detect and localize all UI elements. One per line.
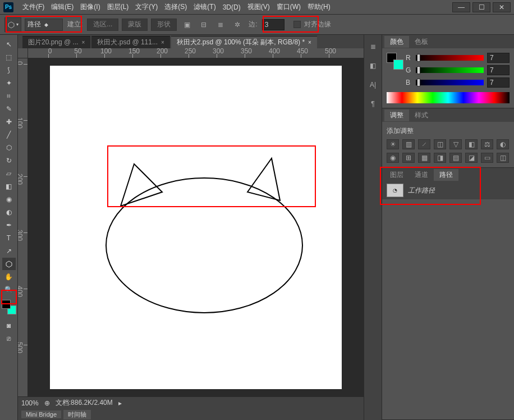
panel-color-swatch[interactable] bbox=[387, 53, 401, 67]
build-selection-button[interactable]: 选区... bbox=[87, 19, 118, 31]
color-tab[interactable]: 颜色 bbox=[384, 36, 409, 48]
chanmix-icon[interactable]: ⊞ bbox=[402, 153, 415, 163]
canvas[interactable] bbox=[50, 66, 342, 389]
menu-edit[interactable]: 编辑(E) bbox=[48, 2, 77, 12]
menu-image[interactable]: 图像(I) bbox=[77, 2, 103, 12]
r-slider[interactable] bbox=[416, 55, 484, 61]
close-icon[interactable]: × bbox=[308, 39, 311, 45]
foreground-color[interactable] bbox=[2, 300, 11, 309]
close-icon[interactable]: × bbox=[161, 39, 164, 45]
hand-tool[interactable]: ✋ bbox=[2, 271, 16, 283]
b-value[interactable]: 7 bbox=[487, 77, 510, 88]
quick-mask-toggle[interactable]: ◙ bbox=[2, 319, 16, 332]
paragraph-panel-icon[interactable]: ¶ bbox=[367, 98, 379, 110]
gradient-tool[interactable]: ◧ bbox=[2, 180, 16, 193]
polygon-shape-tool[interactable] bbox=[2, 258, 16, 270]
paths-tab[interactable]: 路径 bbox=[434, 169, 458, 181]
colorbal-icon[interactable]: ⚖ bbox=[481, 139, 493, 149]
path-combine-icon[interactable]: ▣ bbox=[180, 19, 194, 31]
colorlookup-icon[interactable]: ▦ bbox=[418, 153, 430, 163]
vertical-ruler[interactable]: 0 100 200 300 400 500 bbox=[18, 58, 28, 396]
photofilter-icon[interactable]: ◉ bbox=[387, 153, 399, 163]
tab-doc-3[interactable]: 秋田犬2.psd @ 100% (耳朵 副本, RGB/8) *× bbox=[171, 36, 317, 48]
menu-window[interactable]: 窗口(W) bbox=[273, 2, 304, 12]
doc-info[interactable]: 文档:886.2K/2.40M bbox=[56, 398, 113, 408]
gradmap-icon[interactable]: ▭ bbox=[481, 153, 493, 163]
menu-view[interactable]: 视图(V) bbox=[244, 2, 273, 12]
b-slider[interactable] bbox=[416, 80, 484, 85]
minimize-button[interactable]: — bbox=[452, 2, 470, 12]
r-value[interactable]: 7 bbox=[487, 53, 510, 63]
tab-doc-2[interactable]: 秋田犬.psd @ 111...× bbox=[91, 36, 169, 48]
tab-doc-1[interactable]: 图片20.png @ ...× bbox=[22, 36, 90, 48]
edge-input[interactable] bbox=[262, 19, 284, 30]
brush-tool[interactable]: ╱ bbox=[2, 129, 16, 141]
gear-icon[interactable]: ✲ bbox=[231, 19, 244, 31]
align-edges-checkbox[interactable] bbox=[293, 21, 301, 28]
exposure-icon[interactable]: ◫ bbox=[434, 139, 446, 149]
build-mask-button[interactable]: 蒙版 bbox=[122, 19, 148, 31]
path-select-tool[interactable]: ↗ bbox=[2, 245, 16, 257]
menu-filter[interactable]: 滤镜(T) bbox=[190, 2, 219, 12]
zoom-tool[interactable]: 🔍 bbox=[2, 284, 16, 296]
panel-bg-color[interactable] bbox=[393, 60, 403, 70]
lasso-tool[interactable]: ⟆ bbox=[2, 64, 16, 76]
curves-icon[interactable]: ⟋ bbox=[418, 139, 430, 149]
path-align-icon[interactable]: ⊟ bbox=[197, 19, 210, 31]
quick-select-tool[interactable]: ✦ bbox=[2, 77, 16, 89]
g-value[interactable]: 7 bbox=[487, 65, 510, 75]
tool-preset-picker[interactable]: ▾ bbox=[4, 17, 21, 32]
menu-type[interactable]: 文字(Y) bbox=[132, 2, 161, 12]
menu-file[interactable]: 文件(F) bbox=[19, 2, 48, 12]
selective-icon[interactable]: ◫ bbox=[497, 153, 509, 163]
layers-tab[interactable]: 图层 bbox=[384, 169, 409, 181]
mode-dropdown[interactable]: 路径 ◆ bbox=[25, 19, 63, 31]
bw-icon[interactable]: ◐ bbox=[497, 139, 509, 149]
huesat-icon[interactable]: ◧ bbox=[465, 139, 478, 149]
channels-tab[interactable]: 通道 bbox=[409, 169, 434, 181]
vibrance-icon[interactable]: ▽ bbox=[449, 139, 462, 149]
swatches-tab[interactable]: 色板 bbox=[409, 36, 434, 48]
timeline-tab[interactable]: 时间轴 bbox=[63, 410, 91, 419]
horizontal-ruler[interactable]: 0 50 100 150 200 250 300 350 400 450 500 bbox=[18, 48, 364, 58]
invert-icon[interactable]: ◨ bbox=[434, 153, 446, 163]
adjustments-tab[interactable]: 调整 bbox=[384, 109, 409, 121]
color-swatch[interactable] bbox=[2, 300, 16, 314]
levels-icon[interactable]: ▥ bbox=[402, 139, 415, 149]
eyedropper-tool[interactable]: ✎ bbox=[2, 103, 16, 115]
dodge-tool[interactable]: ◐ bbox=[2, 206, 16, 218]
crop-tool[interactable]: ⌗ bbox=[2, 90, 16, 102]
nav-icon[interactable]: ⊕ bbox=[44, 399, 50, 407]
path-arrange-icon[interactable]: ≣ bbox=[214, 19, 227, 31]
history-brush-tool[interactable]: ↻ bbox=[2, 154, 16, 167]
posterize-icon[interactable]: ▤ bbox=[449, 153, 462, 163]
build-shape-button[interactable]: 形状 bbox=[151, 19, 177, 31]
blur-tool[interactable]: ◉ bbox=[2, 193, 16, 206]
eraser-tool[interactable]: ▱ bbox=[2, 167, 16, 180]
menu-select[interactable]: 选择(S) bbox=[161, 2, 190, 12]
menu-layer[interactable]: 图层(L) bbox=[104, 2, 132, 12]
healing-tool[interactable]: ✚ bbox=[2, 116, 16, 128]
chevron-right-icon[interactable]: ▸ bbox=[118, 399, 122, 407]
spectrum-bar[interactable] bbox=[387, 92, 510, 103]
close-button[interactable]: ✕ bbox=[493, 2, 511, 12]
g-slider[interactable] bbox=[416, 67, 484, 73]
maximize-button[interactable]: ☐ bbox=[472, 2, 490, 12]
minibridge-tab[interactable]: Mini Bridge bbox=[21, 410, 61, 418]
menu-3d[interactable]: 3D(D) bbox=[219, 3, 244, 11]
properties-panel-icon[interactable]: ◧ bbox=[367, 60, 379, 72]
zoom-value[interactable]: 100% bbox=[21, 399, 39, 407]
close-icon[interactable]: × bbox=[82, 39, 85, 45]
threshold-icon[interactable]: ◪ bbox=[465, 153, 478, 163]
history-panel-icon[interactable]: ≣ bbox=[367, 40, 379, 53]
path-row-workpath[interactable]: ◔ 工作路径 bbox=[382, 181, 514, 199]
brightness-icon[interactable]: ☀ bbox=[387, 139, 399, 149]
screen-mode-toggle[interactable]: ⎚ bbox=[2, 332, 16, 345]
pen-tool[interactable]: ✒ bbox=[2, 219, 16, 231]
move-tool[interactable]: ↖ bbox=[2, 38, 16, 51]
marquee-tool[interactable]: ⬚ bbox=[2, 51, 16, 63]
clone-tool[interactable]: ⬡ bbox=[2, 141, 16, 154]
type-tool[interactable]: T bbox=[2, 232, 16, 244]
styles-tab[interactable]: 样式 bbox=[409, 109, 434, 121]
character-panel-icon[interactable]: A| bbox=[367, 79, 379, 91]
